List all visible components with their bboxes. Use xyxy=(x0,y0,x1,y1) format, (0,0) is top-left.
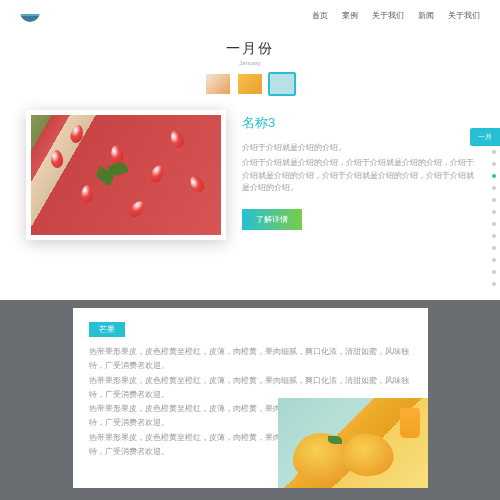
month-title: 一月份 xyxy=(0,40,500,58)
product-desc-2: 介绍于介绍就是介绍的介绍，介绍于介绍就是介绍的介绍，介绍于介绍就是介绍的介绍，介… xyxy=(242,157,474,195)
nav-cases[interactable]: 案例 xyxy=(342,10,358,21)
product-detail: 名称3 介绍于介绍就是介绍的介绍。 介绍于介绍就是介绍的介绍，介绍于介绍就是介绍… xyxy=(242,110,474,240)
main-nav: 首页 案例 关于我们 新闻 关于我们 xyxy=(312,10,480,21)
page-dot[interactable] xyxy=(492,210,496,214)
page-dot[interactable] xyxy=(492,162,496,166)
header: 首页 案例 关于我们 新闻 关于我们 xyxy=(0,0,500,30)
product-name: 名称3 xyxy=(242,114,474,132)
month-title-section: 一月份 January xyxy=(0,40,500,66)
page-dot[interactable] xyxy=(492,198,496,202)
content-row: 名称3 介绍于介绍就是介绍的介绍。 介绍于介绍就是介绍的介绍，介绍于介绍就是介绍… xyxy=(0,110,500,240)
nav-about2[interactable]: 关于我们 xyxy=(448,10,480,21)
modal-overlay: × 芒果 热带果形果皮，皮色橙黄至橙红，皮薄，肉橙黄，果肉细腻，爽口化渣，清甜如… xyxy=(0,300,500,500)
modal-line: 热带果形果皮，皮色橙黄至橙红，皮薄，肉橙黄，果肉细腻，爽口化渣，清甜如蜜，风味独… xyxy=(89,345,412,374)
page-dot[interactable] xyxy=(492,234,496,238)
page-dot[interactable] xyxy=(492,222,496,226)
page-dot[interactable] xyxy=(492,258,496,262)
side-pagination xyxy=(492,150,496,286)
month-subtitle: January xyxy=(0,60,500,66)
thumb-1[interactable] xyxy=(204,72,232,96)
product-image xyxy=(31,115,221,235)
page-dot[interactable] xyxy=(492,270,496,274)
thumb-2[interactable] xyxy=(236,72,264,96)
page-dot[interactable] xyxy=(492,150,496,154)
page-dot[interactable] xyxy=(492,246,496,250)
modal-title-badge: 芒果 xyxy=(89,322,125,337)
thumb-3[interactable] xyxy=(268,72,296,96)
nav-news[interactable]: 新闻 xyxy=(418,10,434,21)
nav-about[interactable]: 关于我们 xyxy=(372,10,404,21)
side-month-tab[interactable]: 一月 xyxy=(470,128,500,146)
learn-more-button[interactable]: 了解详情 xyxy=(242,209,302,230)
product-image-card xyxy=(26,110,226,240)
nav-home[interactable]: 首页 xyxy=(312,10,328,21)
modal-panel: × 芒果 热带果形果皮，皮色橙黄至橙红，皮薄，肉橙黄，果肉细腻，爽口化渣，清甜如… xyxy=(73,308,428,488)
logo-icon xyxy=(20,8,40,22)
product-desc-1: 介绍于介绍就是介绍的介绍。 xyxy=(242,142,474,155)
page-dot[interactable] xyxy=(492,282,496,286)
thumbnail-row xyxy=(0,72,500,96)
modal-image xyxy=(278,398,428,488)
page-dot[interactable] xyxy=(492,186,496,190)
page-dot[interactable] xyxy=(492,174,496,178)
